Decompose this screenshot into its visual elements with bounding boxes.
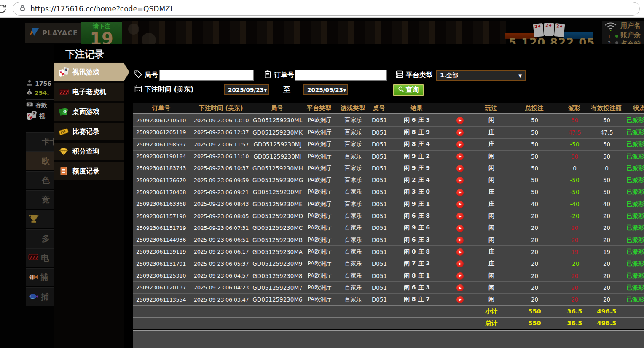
replay-button[interactable]: [445, 212, 475, 220]
cell-total_bet: 20: [508, 272, 561, 279]
play-icon: [456, 248, 464, 256]
cell-valid_bet: 40: [588, 201, 625, 208]
cell-valid_bet: 50: [588, 189, 625, 195]
play-icon: [456, 153, 464, 160]
cell-table: D051: [370, 284, 389, 291]
cell-game: 百家乐: [336, 284, 370, 291]
chevron-down-icon: ▼: [264, 88, 267, 92]
play-icon: [456, 189, 464, 196]
replay-button[interactable]: [445, 152, 475, 160]
replay-button[interactable]: [445, 284, 475, 292]
replay-button[interactable]: [445, 260, 475, 268]
document-icon: [58, 166, 69, 176]
video-cards-icon: 9K♥: [58, 67, 69, 77]
replay-button[interactable]: [445, 272, 475, 280]
cell-platform: PA欧洲厅: [303, 272, 336, 280]
cell-valid_bet: 20: [588, 237, 625, 243]
round-input[interactable]: [159, 70, 254, 81]
cell-status: 已派彩: [625, 272, 644, 280]
play-icon: [456, 213, 464, 220]
cell-game: 百家乐: [336, 248, 370, 256]
cell-order: 250923061170408: [133, 189, 190, 195]
cell-game: 百家乐: [336, 212, 370, 220]
header-payout: 派彩: [561, 104, 588, 112]
replay-button[interactable]: [445, 224, 475, 232]
play-icon: [456, 165, 464, 172]
total-valid-bet: 496.5: [588, 320, 625, 326]
address-bar[interactable]: https://175616.cc/home?code=QSDMZI: [13, 2, 640, 16]
cell-round: GD051259230MI: [252, 153, 303, 160]
bg-info-user-icon[interactable]: 1756: [26, 79, 51, 88]
cell-round: GD051259230ML: [252, 117, 303, 124]
cell-table: D051: [370, 141, 389, 148]
cell-play_type: 闲: [475, 224, 508, 232]
cell-platform: PA欧洲厅: [303, 153, 336, 160]
replay-button[interactable]: [445, 165, 475, 173]
playace-logo-icon: [29, 27, 40, 38]
sidebar-item-比赛记录[interactable]: 比赛记录: [54, 123, 124, 140]
sidebar-item-桌面游戏[interactable]: $桌面游戏: [54, 103, 124, 121]
cell-play_type: 庄: [475, 200, 508, 208]
bg-info-video-cards-icon[interactable]: 9K♥视: [26, 111, 45, 122]
cell-result: 闲 8 庄 9: [389, 129, 445, 136]
bg-info-deposit-icon[interactable]: $存款: [26, 101, 47, 109]
replay-button[interactable]: [445, 248, 475, 256]
cell-time: 2025-09-23 06:11:57: [190, 141, 252, 148]
cell-result: 闲 6 庄 3: [389, 284, 445, 291]
cell-valid_bet: 20: [588, 224, 625, 231]
table-header-row: 订单号 下注时间 (美东) 局号 平台类型 游戏类型 桌号 结果 玩法 总投注 …: [133, 103, 644, 114]
cell-valid_bet: 47.5: [588, 129, 625, 136]
cell-total_bet: 20: [508, 284, 561, 291]
ticket-icon: [58, 127, 69, 137]
cell-platform: PA欧洲厅: [303, 236, 336, 244]
cell-status: 已派彩: [625, 116, 644, 124]
replay-button[interactable]: [445, 116, 475, 124]
cell-play_type: 闲: [475, 296, 508, 303]
cell-result: 闲 9 庄 6: [389, 224, 445, 232]
search-button[interactable]: 查询: [393, 84, 424, 96]
cell-order: 250923061176679: [133, 177, 190, 183]
bg-info-moneybag-icon[interactable]: $254.: [26, 89, 49, 97]
cell-valid_bet: 0: [588, 165, 625, 172]
replay-button[interactable]: [445, 188, 475, 196]
sidebar-item-额度记录[interactable]: 额度记录: [54, 162, 124, 180]
cell-payout: -40: [561, 201, 588, 208]
sidebar-item-电子老虎机[interactable]: 777电子老虎机: [54, 83, 124, 101]
replay-button[interactable]: [445, 200, 475, 208]
replay-button[interactable]: [445, 129, 475, 137]
replay-button[interactable]: [445, 140, 475, 148]
cell-status: 已派彩: [625, 296, 644, 303]
cell-game: 百家乐: [336, 296, 370, 303]
cell-platform: PA欧洲厅: [303, 165, 336, 172]
cell-table: D051: [370, 237, 389, 243]
order-input[interactable]: [295, 70, 387, 81]
cell-payout: -50: [561, 177, 588, 183]
sidebar-item-视讯游戏[interactable]: 9K♥视讯游戏: [54, 63, 124, 81]
cell-status: 已派彩: [625, 236, 644, 244]
cell-play_type: 闲: [475, 176, 508, 184]
reload-icon[interactable]: [0, 3, 7, 14]
platform-filter-label: 平台类型: [395, 70, 433, 80]
cell-platform: PA欧洲厅: [303, 200, 336, 208]
cell-time: 2025-09-23 06:06:51: [190, 237, 252, 243]
cell-time: 2025-09-23 06:09:21: [190, 189, 252, 195]
replay-button[interactable]: [445, 236, 475, 244]
playing-card: 2♦: [533, 23, 544, 37]
replay-button[interactable]: [445, 296, 475, 304]
date-to-select[interactable]: 2025/09/23 ▼: [303, 84, 348, 95]
platform-select[interactable]: 1.全部 ▼: [436, 70, 526, 81]
cell-result: 闲 3 庄 0: [389, 188, 445, 196]
table-row: 2509230611633682025-09-23 06:08:43GD0512…: [133, 198, 644, 210]
svg-text:777: 777: [59, 90, 69, 94]
cell-result: 闲 6 庄 8: [389, 212, 445, 220]
cell-platform: PA欧洲厅: [303, 116, 336, 124]
cell-result: 闲 9 庄 2: [389, 153, 445, 160]
sidebar-item-积分查询[interactable]: 积分查询: [54, 143, 124, 160]
cell-result: 闲 6 庄 3: [389, 116, 445, 124]
date-from-select[interactable]: 2025/09/23 ▼: [224, 84, 269, 95]
table-row: 2509230611449362025-09-23 06:06:51GD0512…: [133, 234, 644, 245]
cell-order: 250923061151719: [133, 225, 190, 231]
cell-valid_bet: 50: [588, 117, 625, 124]
calendar-icon: [134, 84, 142, 94]
replay-button[interactable]: [445, 176, 475, 184]
